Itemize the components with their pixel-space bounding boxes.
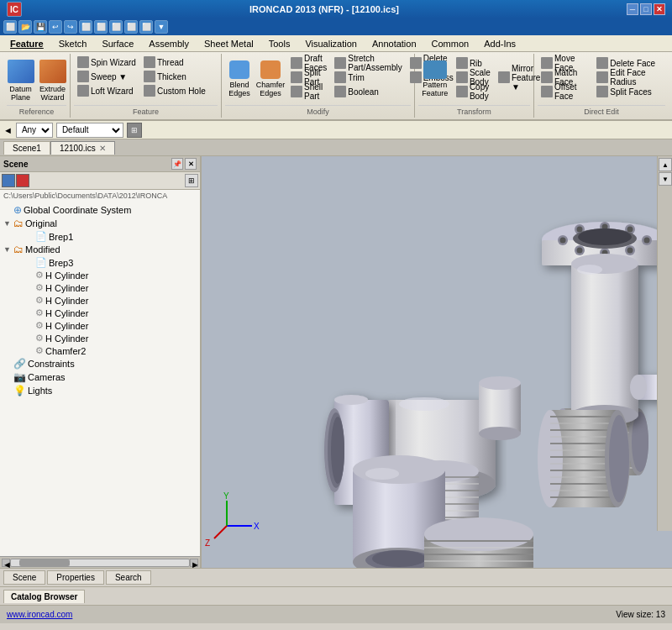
doc-tab-close[interactable]: ✕ (99, 144, 106, 153)
style-dropdown[interactable]: Default (56, 123, 123, 138)
custom-hole-icon (144, 85, 155, 97)
panel-close[interactable]: ✕ (185, 158, 197, 170)
tree-item-hcyl-3[interactable]: ⚙ H Cylinder (2, 294, 198, 307)
bottom-tabs: Scene Properties Search (0, 568, 672, 586)
tree-item-global-coord[interactable]: ⊕ Global Coordinate System (2, 203, 198, 217)
quickaccess-bar: ⬜ 📂 💾 ↩ ↪ ⬜ ⬜ ⬜ ⬜ ⬜ ▼ (0, 18, 672, 35)
tree-item-lights[interactable]: 💡 Lights (2, 384, 198, 397)
split-faces-button[interactable]: Split Faces (593, 85, 665, 98)
qa-b3[interactable]: ⬜ (109, 20, 123, 34)
scroll-track[interactable] (10, 559, 190, 567)
tree-item-brep3[interactable]: 📄 Brep3 (2, 256, 198, 269)
menu-common[interactable]: Common (425, 37, 476, 50)
viewport[interactable]: X Y Z ▲ ▼ (202, 156, 672, 568)
menu-sketch[interactable]: Sketch (52, 37, 94, 50)
qa-b5[interactable]: ⬜ (139, 20, 153, 34)
trim-button[interactable]: Trim (331, 71, 405, 84)
menu-addins[interactable]: Add-Ins (477, 37, 522, 50)
tab-search[interactable]: Search (106, 570, 151, 585)
toolbar-arrow-left[interactable]: ◄ (3, 125, 13, 135)
tab-properties[interactable]: Properties (47, 570, 104, 585)
toolbar-icon-1[interactable]: ⊞ (127, 123, 142, 138)
chamfer2-label: Chamfer2 (45, 346, 86, 356)
extrude-wizard-button[interactable]: ExtrudeWizard (38, 57, 68, 104)
tree-item-hcyl-5[interactable]: ⚙ H Cylinder (2, 319, 198, 332)
boolean-button[interactable]: Boolean (331, 85, 405, 98)
qa-b4[interactable]: ⬜ (124, 20, 138, 34)
tree-item-hcyl-4[interactable]: ⚙ H Cylinder (2, 307, 198, 319)
loft-wizard-button[interactable]: Loft Wizard (74, 84, 139, 97)
catalog-browser-tab[interactable]: Catalog Browser (3, 590, 85, 603)
custom-hole-button[interactable]: Custom Hole (140, 84, 209, 97)
minimize-button[interactable]: ─ (627, 3, 638, 15)
menu-sheet-metal[interactable]: Sheet Metal (197, 37, 260, 50)
tree-item-cameras[interactable]: 📷 Cameras (2, 370, 198, 384)
qa-open[interactable]: 📂 (18, 20, 32, 34)
brep3-icon: 📄 (35, 257, 47, 268)
doc-tab-scene1[interactable]: Scene1 (3, 141, 50, 155)
datum-plane-button[interactable]: DatumPlane (6, 57, 36, 104)
sweep-button[interactable]: Sweep ▼ (74, 70, 139, 83)
menu-visualization[interactable]: Visualization (298, 37, 364, 50)
draft-faces-icon (291, 57, 302, 69)
panel-toolbar-3[interactable]: ⊞ (185, 174, 198, 187)
qa-undo[interactable]: ↩ (49, 20, 62, 34)
qa-save[interactable]: 💾 (34, 20, 47, 34)
scroll-thumb[interactable] (19, 559, 70, 566)
qa-redo[interactable]: ↪ (64, 20, 77, 34)
tree-item-original[interactable]: ▼ 🗂 Original (2, 217, 198, 230)
selector-dropdown[interactable]: Any (16, 123, 53, 138)
tree-item-hcyl-2[interactable]: ⚙ H Cylinder (2, 281, 198, 294)
tree-item-hcyl-6[interactable]: ⚙ H Cylinder (2, 332, 198, 344)
qa-b1[interactable]: ⬜ (79, 20, 92, 34)
pattern-feature-button[interactable]: PatternFeature (418, 55, 452, 102)
menu-feature[interactable]: Feature (3, 37, 50, 50)
tree-item-constraints[interactable]: 🔗 Constraints (2, 357, 198, 370)
close-button[interactable]: ✕ (654, 3, 665, 15)
shell-part-button[interactable]: Shell Part (287, 85, 330, 98)
chamfer-edges-button[interactable]: ChamferEdges (255, 55, 286, 102)
thicken-label: Thicken (157, 72, 186, 81)
menu-surface[interactable]: Surface (95, 37, 140, 50)
ribbon: DatumPlane ExtrudeWizard Reference Spin … (0, 52, 672, 121)
delete-face-icon (596, 57, 608, 69)
menu-annotation[interactable]: Annotation (365, 37, 423, 50)
panel-toolbar-2[interactable] (16, 174, 29, 187)
stretch-button[interactable]: Stretch Part/Assembly (331, 56, 405, 70)
tree-item-modified[interactable]: ▼ 🗂 Modified (2, 243, 198, 256)
tab-scene[interactable]: Scene (3, 570, 45, 585)
move-face-icon (541, 57, 553, 69)
coord-icon: ⊕ (13, 204, 22, 216)
edit-face-radius-button[interactable]: Edit Face Radius (593, 71, 665, 84)
offset-face-button[interactable]: Offset Face (538, 85, 592, 98)
menu-assembly[interactable]: Assembly (142, 37, 196, 50)
qa-b2[interactable]: ⬜ (94, 20, 108, 34)
tree-item-chamfer2[interactable]: ⚙ Chamfer2 (2, 344, 198, 357)
horizontal-scrollbar[interactable]: ◄ ► (0, 556, 200, 568)
rib-label: Rib (470, 59, 482, 68)
panel-pin[interactable]: 📌 (171, 158, 183, 170)
stretch-icon (334, 57, 346, 69)
spin-wizard-button[interactable]: Spin Wizard (74, 55, 139, 69)
copy-body-button[interactable]: Copy Body (453, 85, 494, 98)
doc-tab-file[interactable]: 12100.ics ✕ (50, 141, 115, 155)
rt-btn-2[interactable]: ▼ (659, 172, 672, 186)
maximize-button[interactable]: □ (640, 3, 652, 15)
scale-body-icon (456, 71, 468, 83)
rt-btn-1[interactable]: ▲ (659, 158, 672, 171)
blend-edges-button[interactable]: BlendEdges (225, 55, 254, 102)
scroll-right[interactable]: ► (190, 559, 198, 567)
extrude-icon (39, 60, 66, 83)
tree-item-brep1[interactable]: 📄 Brep1 (2, 230, 198, 243)
thread-button[interactable]: Thread (140, 55, 209, 69)
panel-toolbar-1[interactable] (2, 174, 15, 187)
scroll-left[interactable]: ◄ (2, 559, 10, 567)
menu-tools[interactable]: Tools (262, 37, 297, 50)
tree-item-hcyl-1[interactable]: ⚙ H Cylinder (2, 269, 198, 281)
qa-dropdown[interactable]: ▼ (155, 20, 168, 34)
thicken-button[interactable]: Thicken (140, 70, 209, 83)
copy-body-label: Copy Body (470, 82, 491, 101)
qa-new[interactable]: ⬜ (3, 20, 17, 34)
menu-bar: Feature Sketch Surface Assembly Sheet Me… (0, 35, 672, 52)
pattern-label: PatternFeature (422, 81, 448, 97)
